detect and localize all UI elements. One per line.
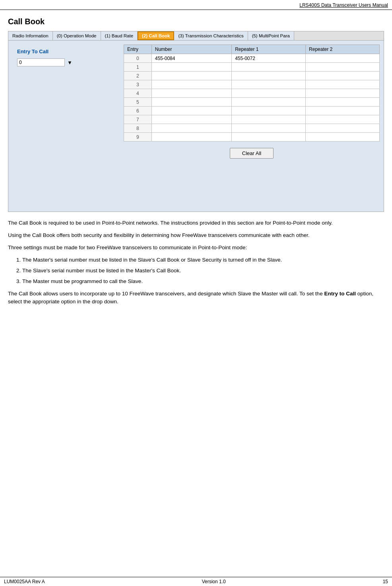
tab-multipoint[interactable]: (5) MultiPoint Para [248, 31, 294, 40]
cell-repeater1-0[interactable]: 455-0072 [232, 54, 306, 63]
cell-entry-2: 2 [124, 72, 152, 80]
cell-repeater1-6[interactable] [232, 107, 306, 115]
table-row: 9 [124, 133, 380, 142]
cell-entry-7: 7 [124, 115, 152, 124]
tab-operation-mode[interactable]: (0) Operation Mode [53, 31, 101, 40]
cell-repeater1-7[interactable] [232, 115, 306, 124]
right-panel: Entry Number Repeater 1 Repeater 2 0455-… [124, 45, 380, 208]
footer-center: Version 1.0 [202, 579, 226, 584]
col-entry: Entry [124, 45, 152, 54]
cell-entry-1: 1 [124, 63, 152, 72]
cell-entry-0: 0 [124, 54, 152, 63]
cell-entry-9: 9 [124, 133, 152, 142]
cell-repeater2-8[interactable] [306, 124, 380, 133]
tab-baud-rate[interactable]: (1) Baud Rate [101, 31, 138, 40]
cell-repeater2-3[interactable] [306, 80, 380, 89]
cell-repeater2-4[interactable] [306, 89, 380, 98]
dialog-panel: Radio Information (0) Operation Mode (1)… [8, 31, 384, 212]
paragraph-4-start: The Call Book allows users to incorporat… [8, 291, 324, 297]
cell-number-2[interactable] [151, 72, 231, 80]
cell-repeater2-6[interactable] [306, 107, 380, 115]
cell-entry-4: 4 [124, 89, 152, 98]
paragraph-2: Using the Call Book offers both security… [8, 231, 384, 240]
tab-radio-information[interactable]: Radio Information [8, 31, 53, 40]
cell-number-1[interactable] [151, 63, 231, 72]
cell-entry-6: 6 [124, 107, 152, 115]
list-item-2: The Slave's serial number must be listed… [22, 267, 384, 275]
clear-all-button[interactable]: Clear All [230, 148, 274, 159]
settings-list: The Master's serial number must be liste… [22, 256, 384, 286]
cell-number-0[interactable]: 455-0084 [151, 54, 231, 63]
cell-repeater2-1[interactable] [306, 63, 380, 72]
list-item-1: The Master's serial number must be liste… [22, 256, 384, 264]
cell-repeater1-9[interactable] [232, 133, 306, 142]
cell-number-4[interactable] [151, 89, 231, 98]
table-row: 1 [124, 63, 380, 72]
cell-number-7[interactable] [151, 115, 231, 124]
entry-to-call-label: Entry To Call [17, 49, 119, 54]
list-item-3: The Master must be programmed to call th… [22, 277, 384, 286]
dropdown-arrow-icon: ▼ [67, 60, 72, 66]
cell-entry-5: 5 [124, 98, 152, 107]
tab-call-book[interactable]: (2) Call Book [138, 31, 174, 40]
main-content: Call Book Radio Information (0) Operatio… [0, 10, 392, 315]
cell-repeater2-9[interactable] [306, 133, 380, 142]
entry-select-row: ▼ [17, 58, 119, 66]
page-title: Call Book [8, 17, 384, 26]
cell-repeater1-2[interactable] [232, 72, 306, 80]
table-row: 2 [124, 72, 380, 80]
cell-repeater2-7[interactable] [306, 115, 380, 124]
cell-repeater1-3[interactable] [232, 80, 306, 89]
cell-repeater2-0[interactable] [306, 54, 380, 63]
page-footer: LUM0025AA Rev A Version 1.0 15 [0, 577, 392, 586]
col-repeater2: Repeater 2 [306, 45, 380, 54]
table-row: 7 [124, 115, 380, 124]
tab-transmission[interactable]: (3) Transmission Characteristics [174, 31, 248, 40]
table-row: 3 [124, 80, 380, 89]
paragraph-4-bold: Entry to Call [324, 291, 356, 297]
cell-number-6[interactable] [151, 107, 231, 115]
cell-repeater1-1[interactable] [232, 63, 306, 72]
table-row: 6 [124, 107, 380, 115]
cell-entry-8: 8 [124, 124, 152, 133]
left-panel: Entry To Call ▼ [12, 45, 124, 208]
page-header: LRS400S Data Transceiver Users Manual [0, 0, 392, 10]
cell-number-9[interactable] [151, 133, 231, 142]
table-row: 5 [124, 98, 380, 107]
cell-repeater1-8[interactable] [232, 124, 306, 133]
entry-to-call-input[interactable] [17, 58, 65, 66]
cell-number-3[interactable] [151, 80, 231, 89]
table-row: 0455-0084455-0072 [124, 54, 380, 63]
call-book-table: Entry Number Repeater 1 Repeater 2 0455-… [124, 45, 380, 142]
table-row: 4 [124, 89, 380, 98]
footer-left: LUM0025AA Rev A [4, 579, 45, 584]
footer-right: 15 [383, 579, 388, 584]
panel-body: Entry To Call ▼ Entry Number Repeater 1 … [8, 41, 384, 212]
cell-entry-3: 3 [124, 80, 152, 89]
cell-repeater1-4[interactable] [232, 89, 306, 98]
col-number: Number [151, 45, 231, 54]
paragraph-3-intro: Three settings must be made for two Free… [8, 244, 384, 252]
cell-repeater1-5[interactable] [232, 98, 306, 107]
paragraph-4: The Call Book allows users to incorporat… [8, 290, 384, 307]
cell-number-8[interactable] [151, 124, 231, 133]
table-row: 8 [124, 124, 380, 133]
col-repeater1: Repeater 1 [232, 45, 306, 54]
body-text: The Call Book is required to be used in … [8, 219, 384, 306]
cell-repeater2-5[interactable] [306, 98, 380, 107]
cell-number-5[interactable] [151, 98, 231, 107]
manual-title: LRS400S Data Transceiver Users Manual [299, 2, 388, 8]
tab-bar: Radio Information (0) Operation Mode (1)… [8, 31, 384, 41]
cell-repeater2-2[interactable] [306, 72, 380, 80]
paragraph-1: The Call Book is required to be used in … [8, 219, 384, 227]
